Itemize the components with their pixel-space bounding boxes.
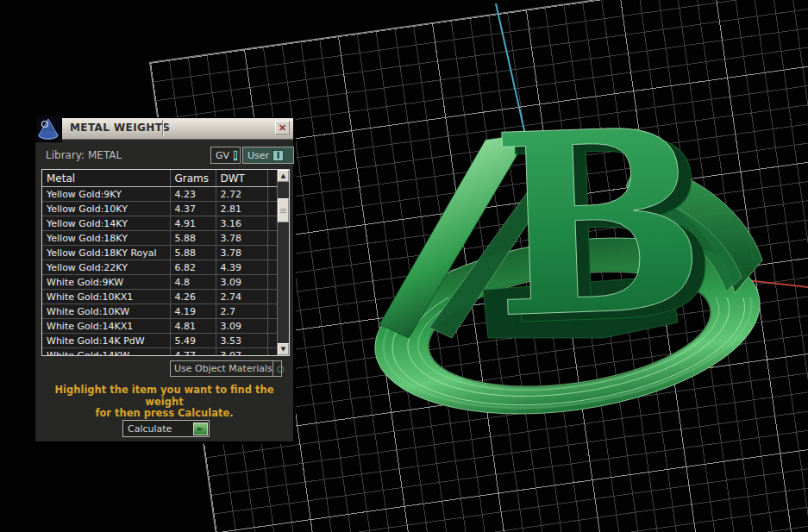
scroll-up-icon[interactable]: ▲ — [278, 170, 289, 182]
cell-spacer — [267, 304, 277, 319]
instruction-text: Highlight the item you want to find the … — [35, 385, 293, 420]
cell-grams[interactable]: 4.23 — [170, 187, 216, 202]
cell-metal[interactable]: White Gold:10KW — [42, 304, 170, 319]
metal-weights-dialog: METAL WEIGHTS ✕ Library: METAL GV I User… — [34, 117, 294, 442]
cell-spacer — [267, 348, 277, 357]
gv-library-button[interactable]: GV I — [210, 147, 241, 164]
user-info-icon: I — [272, 150, 284, 161]
cell-spacer — [267, 246, 277, 260]
cell-dwt[interactable]: 3.16 — [216, 216, 267, 231]
svg-text:B: B — [488, 73, 710, 373]
cell-spacer — [267, 275, 277, 290]
col-header-metal: Metal — [42, 170, 170, 187]
cell-grams[interactable]: 4.37 — [170, 202, 216, 216]
cell-metal[interactable]: White Gold:10KX1 — [42, 290, 170, 304]
cell-dwt[interactable]: 2.74 — [216, 290, 267, 304]
user-label: User — [247, 150, 269, 161]
scrollbar-grip — [280, 209, 286, 214]
table-header-row: Metal Grams DWT — [42, 170, 277, 187]
cell-metal[interactable]: Yellow Gold:10KY — [42, 202, 170, 216]
library-label: Library: METAL — [46, 149, 122, 161]
cell-metal[interactable]: White Gold:14KX1 — [42, 319, 170, 334]
cell-spacer — [267, 260, 277, 275]
cell-metal[interactable]: White Gold:14KW — [42, 348, 170, 357]
scrollbar-thumb[interactable] — [278, 198, 289, 222]
cell-spacer — [267, 231, 277, 246]
col-header-grams: Grams — [170, 170, 216, 187]
cell-spacer — [267, 290, 277, 304]
table-row[interactable]: Yellow Gold:14KY 4.91 3.16 — [42, 216, 277, 231]
cell-grams[interactable]: 4.19 — [170, 304, 216, 319]
gv-label: GV — [216, 150, 229, 161]
cell-metal[interactable]: Yellow Gold:9KY — [42, 187, 170, 202]
letter-b: B B — [488, 72, 723, 381]
cell-dwt[interactable]: 3.78 — [216, 231, 267, 246]
dialog-title: METAL WEIGHTS — [70, 122, 170, 134]
calculate-button[interactable]: Calculate ► — [122, 420, 210, 437]
titlebar-divider — [162, 120, 163, 136]
cell-dwt[interactable]: 3.07 — [216, 348, 267, 357]
table-row[interactable]: White Gold:14K PdW 5.49 3.53 — [42, 334, 277, 348]
material-led-icon: ○ — [272, 361, 288, 376]
cell-grams[interactable]: 4.91 — [170, 216, 216, 231]
cell-dwt[interactable]: 3.09 — [216, 275, 267, 290]
table-row[interactable]: Yellow Gold:9KY 4.23 2.72 — [42, 187, 277, 202]
cell-grams[interactable]: 5.49 — [170, 334, 216, 348]
instruction-line-1: Highlight the item you want to find the … — [35, 385, 293, 408]
table-row[interactable]: White Gold:14KX1 4.81 3.09 — [42, 319, 277, 334]
calculate-label: Calculate — [128, 423, 193, 435]
user-library-button[interactable]: User I — [242, 147, 294, 164]
cell-metal[interactable]: Yellow Gold:18KY — [42, 231, 170, 246]
cell-metal[interactable]: Yellow Gold:22KY — [42, 260, 170, 275]
cell-spacer — [267, 187, 277, 202]
use-object-materials-label: Use Object Materials — [171, 363, 272, 374]
table-row[interactable]: Yellow Gold:22KY 6.82 4.39 — [42, 260, 277, 275]
table-scrollbar[interactable]: ▲ ▼ — [277, 170, 289, 355]
cell-dwt[interactable]: 2.81 — [216, 202, 267, 216]
col-header-spacer — [267, 170, 277, 187]
col-header-dwt: DWT — [216, 170, 267, 187]
dialog-titlebar[interactable]: METAL WEIGHTS ✕ — [35, 118, 293, 140]
play-icon: ► — [193, 422, 208, 435]
cell-dwt[interactable]: 2.72 — [216, 187, 267, 202]
table-row[interactable]: Yellow Gold:18KY 5.88 3.78 — [42, 231, 277, 246]
cell-spacer — [267, 334, 277, 348]
cell-grams[interactable]: 4.81 — [170, 319, 216, 334]
cell-grams[interactable]: 5.88 — [170, 231, 216, 246]
cell-grams[interactable]: 4.26 — [170, 290, 216, 304]
cell-metal[interactable]: Yellow Gold:14KY — [42, 216, 170, 231]
ring-model[interactable]: B B — [364, 72, 772, 436]
scroll-down-icon[interactable]: ▼ — [278, 343, 289, 355]
cell-metal[interactable]: White Gold:9KW — [42, 275, 170, 290]
table-row[interactable]: White Gold:9KW 4.8 3.09 — [42, 275, 277, 290]
cell-dwt[interactable]: 3.78 — [216, 246, 267, 260]
close-icon[interactable]: ✕ — [275, 121, 290, 135]
metal-table: Metal Grams DWT Yellow Gold:9KY 4.23 2.7… — [41, 169, 290, 356]
cell-metal[interactable]: White Gold:14K PdW — [42, 334, 170, 348]
cell-grams[interactable]: 4.8 — [170, 275, 216, 290]
instruction-line-2: for then press Calculate. — [35, 408, 293, 420]
gv-info-icon: I — [233, 150, 238, 161]
cell-grams[interactable]: 5.88 — [170, 246, 216, 260]
cell-spacer — [267, 216, 277, 231]
app-gem-icon — [35, 116, 62, 142]
use-object-materials-button[interactable]: Use Object Materials ○ — [170, 360, 282, 377]
cell-grams[interactable]: 6.82 — [170, 260, 216, 275]
x-axis-line — [747, 280, 808, 287]
cell-spacer — [267, 202, 277, 216]
cell-spacer — [267, 319, 277, 334]
cell-dwt[interactable]: 4.39 — [216, 260, 267, 275]
cell-dwt[interactable]: 3.53 — [216, 334, 267, 348]
table-row[interactable]: Yellow Gold:18KY Royal 5.88 3.78 — [42, 246, 277, 260]
cell-grams[interactable]: 4.77 — [170, 348, 216, 357]
cell-metal[interactable]: Yellow Gold:18KY Royal — [42, 246, 170, 260]
table-row[interactable]: White Gold:10KX1 4.26 2.74 — [42, 290, 277, 304]
table-row[interactable]: White Gold:10KW 4.19 2.7 — [42, 304, 277, 319]
table-row[interactable]: Yellow Gold:10KY 4.37 2.81 — [42, 202, 277, 216]
table-row[interactable]: White Gold:14KW 4.77 3.07 — [42, 348, 277, 357]
cell-dwt[interactable]: 2.7 — [216, 304, 267, 319]
cell-dwt[interactable]: 3.09 — [216, 319, 267, 334]
